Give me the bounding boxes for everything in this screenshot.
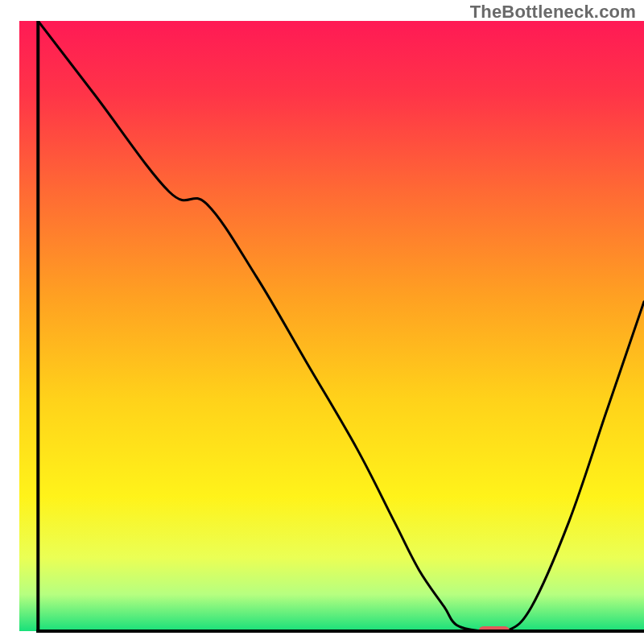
watermark-text: TheBottleneck.com [470, 2, 636, 23]
bottleneck-chart [0, 0, 644, 644]
gradient-background [19, 21, 644, 631]
chart-container: TheBottleneck.com [0, 0, 644, 644]
